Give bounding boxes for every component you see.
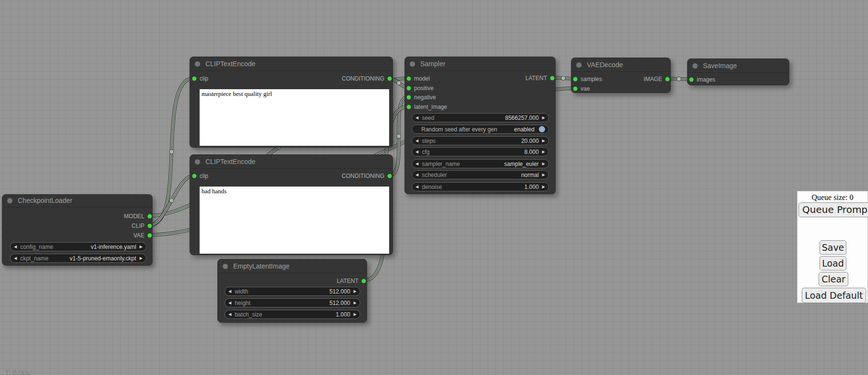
node-title: Sampler <box>420 57 445 70</box>
execution-timer: T: 0.00s <box>5 368 30 375</box>
input-label: images <box>697 76 715 83</box>
node-vae-decode[interactable]: VAEDecode samples vae IMAGE <box>571 58 671 93</box>
output-port-conditioning[interactable] <box>388 174 392 178</box>
input-port-model[interactable] <box>407 77 411 81</box>
input-port-negative[interactable] <box>407 95 411 100</box>
decrement-arrow-icon[interactable]: ◀ <box>416 159 418 168</box>
output-port-conditioning[interactable] <box>388 77 392 81</box>
widget-scheduler[interactable]: ◀ scheduler normal ▶ <box>412 170 549 179</box>
widget-batch-size[interactable]: ◀ batch_size 1.000 ▶ <box>225 310 360 319</box>
decrement-arrow-icon[interactable]: ◀ <box>14 242 17 251</box>
decrement-arrow-icon[interactable]: ◀ <box>416 113 418 122</box>
input-label: vae <box>581 85 590 92</box>
output-port-clip[interactable] <box>148 224 152 228</box>
node-checkpoint-loader[interactable]: CheckpointLoader MODEL CLIP VAE ◀ config… <box>2 194 153 266</box>
increment-arrow-icon[interactable]: ▶ <box>542 147 545 156</box>
prompt-textarea[interactable]: bad hands <box>200 187 389 254</box>
load-button[interactable]: Load <box>820 256 846 270</box>
load-default-button[interactable]: Load Default <box>802 288 866 303</box>
increment-arrow-icon[interactable]: ▶ <box>542 159 545 168</box>
widget-denoise[interactable]: ◀ denoise 1.000 ▶ <box>412 182 549 191</box>
input-label: latent_image <box>414 104 447 110</box>
input-port-positive[interactable] <box>407 86 411 91</box>
increment-arrow-icon[interactable]: ▶ <box>542 136 545 145</box>
link-midpoint-dot <box>677 77 681 81</box>
widget-seed[interactable]: ◀ seed 8566257.000 ▶ <box>412 113 549 122</box>
output-label: LATENT <box>525 75 547 82</box>
queue-prompt-button[interactable]: Queue Prompt <box>798 202 868 217</box>
widget-ckpt-name[interactable]: ◀ ckpt_name v1-5-pruned-emaonly.ckpt ▶ <box>10 254 146 263</box>
collapse-dot[interactable] <box>576 62 582 68</box>
decrement-arrow-icon[interactable]: ◀ <box>228 298 231 307</box>
output-port-image[interactable] <box>666 77 670 82</box>
widget-random-seed-toggle[interactable]: Random seed after every gen enabled <box>412 125 549 134</box>
collapse-dot[interactable] <box>692 63 698 69</box>
increment-arrow-icon[interactable]: ▶ <box>542 182 545 191</box>
decrement-arrow-icon[interactable]: ◀ <box>416 136 418 145</box>
node-title: CheckpointLoader <box>18 195 72 207</box>
decrement-arrow-icon[interactable]: ◀ <box>416 170 418 179</box>
node-sampler[interactable]: Sampler model positive negative latent_i… <box>404 57 556 194</box>
decrement-arrow-icon[interactable]: ◀ <box>228 310 231 319</box>
collapse-dot[interactable] <box>195 61 200 67</box>
link-midpoint-dot <box>561 76 566 81</box>
output-port-vae[interactable] <box>148 234 152 238</box>
link-midpoint-dot <box>169 150 174 154</box>
output-label: VAE <box>133 232 144 239</box>
increment-arrow-icon[interactable]: ▶ <box>140 254 143 263</box>
collapse-dot[interactable] <box>410 61 415 67</box>
output-label: CONDITIONING <box>342 173 384 179</box>
widget-width[interactable]: ◀ width 512.000 ▶ <box>225 287 360 296</box>
output-label: IMAGE <box>643 76 662 82</box>
input-label: positive <box>414 85 434 92</box>
node-title: EmptyLatentImage <box>233 259 290 273</box>
increment-arrow-icon[interactable]: ▶ <box>542 113 545 122</box>
collapse-dot[interactable] <box>223 264 228 269</box>
collapse-dot[interactable] <box>195 159 200 164</box>
link-midpoint-dot <box>169 199 174 203</box>
save-button[interactable]: Save <box>820 240 846 255</box>
node-save-image[interactable]: SaveImage images <box>687 59 789 85</box>
output-port-model[interactable] <box>148 214 152 219</box>
input-port-clip[interactable] <box>192 77 197 81</box>
input-label: samples <box>581 76 602 82</box>
widget-cfg[interactable]: ◀ cfg 8.000 ▶ <box>412 147 549 156</box>
collapse-dot[interactable] <box>7 198 12 203</box>
prompt-textarea[interactable]: masterpiece best quality girl <box>200 89 389 146</box>
link-wire <box>149 176 194 225</box>
output-port-latent[interactable] <box>550 76 555 81</box>
graph-canvas[interactable]: { "colors": { "link": "#a9bda9", "link_c… <box>0 0 868 375</box>
input-port-vae[interactable] <box>573 87 578 91</box>
input-label: clip <box>200 75 208 82</box>
increment-arrow-icon[interactable]: ▶ <box>140 242 143 251</box>
input-port-samples[interactable] <box>573 77 578 82</box>
toggle-indicator[interactable] <box>539 126 545 132</box>
node-empty-latent-image[interactable]: EmptyLatentImage LATENT ◀ width 512.000 … <box>217 259 367 323</box>
output-label: LATENT <box>337 278 358 284</box>
decrement-arrow-icon[interactable]: ◀ <box>416 182 418 191</box>
widget-sampler-name[interactable]: ◀ sampler_name sample_euler ▶ <box>412 159 549 168</box>
node-title: SaveImage <box>703 59 737 72</box>
link-midpoint-dot <box>397 134 401 139</box>
output-label: MODEL <box>124 213 144 220</box>
clear-button[interactable]: Clear <box>819 272 848 286</box>
queue-size-label: Queue size: 0 <box>797 193 868 202</box>
widget-height[interactable]: ◀ height 512.000 ▶ <box>225 298 360 307</box>
link-midpoint-dot <box>397 81 401 85</box>
decrement-arrow-icon[interactable]: ◀ <box>14 254 17 263</box>
input-port-images[interactable] <box>690 78 694 82</box>
decrement-arrow-icon[interactable]: ◀ <box>228 287 231 296</box>
increment-arrow-icon[interactable]: ▶ <box>354 287 357 296</box>
increment-arrow-icon[interactable]: ▶ <box>354 298 357 307</box>
widget-steps[interactable]: ◀ steps 20.000 ▶ <box>412 136 549 145</box>
increment-arrow-icon[interactable]: ▶ <box>354 310 357 319</box>
node-clip-text-encode-negative[interactable]: CLIPTextEncode clip CONDITIONING bad han… <box>190 154 393 255</box>
widget-config-name[interactable]: ◀ config_name v1-inference.yaml ▶ <box>10 242 146 251</box>
input-label: model <box>414 75 430 82</box>
decrement-arrow-icon[interactable]: ◀ <box>416 147 418 156</box>
output-port-latent[interactable] <box>362 279 366 283</box>
input-port-latent-image[interactable] <box>407 105 411 109</box>
increment-arrow-icon[interactable]: ▶ <box>542 170 545 179</box>
input-port-clip[interactable] <box>192 174 197 178</box>
node-clip-text-encode-positive[interactable]: CLIPTextEncode clip CONDITIONING masterp… <box>190 57 393 148</box>
